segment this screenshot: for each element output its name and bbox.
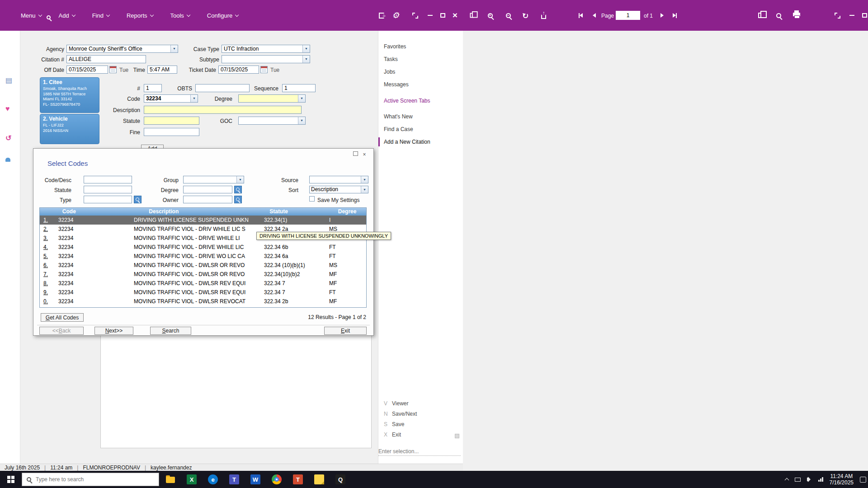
calendar-icon[interactable] bbox=[109, 66, 117, 73]
owner-input[interactable] bbox=[183, 196, 232, 203]
tray-expand-icon[interactable] bbox=[785, 478, 789, 483]
lookup-icon[interactable] bbox=[134, 196, 142, 203]
fullscreen-icon[interactable] bbox=[410, 10, 420, 21]
column-header-statute[interactable]: Statute bbox=[229, 208, 328, 216]
taskbar-app-icon[interactable]: T bbox=[229, 474, 239, 484]
source-select[interactable]: ▼ bbox=[309, 176, 368, 183]
screen-tab[interactable]: What's New bbox=[378, 112, 462, 121]
group-select[interactable]: ▼ bbox=[183, 176, 244, 183]
taskbar-app-icon[interactable] bbox=[314, 474, 324, 484]
code-result-row[interactable]: 6. 32234 MOVING TRAFFIC VIOL - DWLSR OR … bbox=[40, 261, 366, 270]
menubar-item[interactable]: Configure bbox=[207, 12, 238, 19]
copy-pages-icon[interactable] bbox=[755, 10, 766, 21]
bell-icon[interactable] bbox=[5, 155, 10, 164]
ticket-date-input[interactable]: 07/15/2025 bbox=[218, 66, 259, 74]
menubar-item[interactable]: Menu bbox=[21, 12, 42, 19]
menubar-item[interactable]: Tools bbox=[170, 12, 190, 19]
taskbar-app-icon[interactable]: W bbox=[250, 474, 260, 484]
code-result-row[interactable]: 4. 32234 MOVING TRAFFIC VIOL - DRIVE WHI… bbox=[40, 243, 366, 252]
zoom-in-icon[interactable]: + bbox=[485, 10, 495, 21]
taskbar-app-icon[interactable]: Q bbox=[335, 474, 345, 484]
gear-icon[interactable] bbox=[390, 10, 401, 21]
lookup-icon[interactable] bbox=[234, 186, 242, 193]
case-type-select[interactable]: UTC Infraction▼ bbox=[222, 45, 310, 53]
code-result-row[interactable]: 7. 32234 MOVING TRAFFIC VIOL - DWLSR OR … bbox=[40, 270, 366, 279]
print-icon[interactable] bbox=[791, 7, 802, 18]
page-number-input[interactable] bbox=[616, 11, 640, 20]
off-date-input[interactable]: 07/15/2025 bbox=[66, 66, 108, 74]
degree-filter-input[interactable] bbox=[183, 186, 232, 193]
export-icon[interactable] bbox=[538, 10, 549, 21]
obts-input[interactable] bbox=[195, 84, 250, 92]
history-icon[interactable]: ↺ bbox=[5, 134, 11, 142]
code-result-row[interactable]: 5. 32234 MOVING TRAFFIC VIOL - DRIVE WO … bbox=[40, 252, 366, 261]
nav-link-jobs[interactable]: Jobs bbox=[384, 69, 395, 75]
subtype-select[interactable]: ▼ bbox=[222, 55, 310, 63]
column-header-code[interactable]: Code bbox=[40, 208, 99, 216]
next-page-icon[interactable] bbox=[656, 10, 667, 21]
get-all-codes-button[interactable]: Get All Codes bbox=[41, 313, 84, 322]
taskbar-app-icon[interactable] bbox=[272, 474, 282, 484]
menubar-item[interactable]: Add bbox=[59, 12, 75, 19]
agency-select[interactable]: Monroe County Sheriff's Office▼ bbox=[66, 45, 178, 53]
display-tray-icon[interactable] bbox=[795, 478, 801, 482]
rotate-icon[interactable] bbox=[520, 10, 531, 21]
taskbar-search[interactable] bbox=[22, 473, 159, 486]
menubar-item[interactable]: Find bbox=[92, 12, 109, 19]
sequence-input[interactable]: 1 bbox=[282, 84, 316, 92]
maximize-icon[interactable] bbox=[859, 10, 868, 21]
degree-select[interactable]: ▼ bbox=[238, 94, 306, 103]
search-icon[interactable] bbox=[773, 10, 784, 21]
start-button[interactable] bbox=[0, 471, 22, 488]
command-input[interactable]: Enter selection... bbox=[378, 448, 461, 456]
taskbar-app-icon[interactable]: e bbox=[208, 474, 218, 484]
save-settings-checkbox[interactable] bbox=[309, 196, 315, 202]
calendar-icon[interactable] bbox=[260, 66, 268, 73]
code-result-row[interactable]: 1. 32234 DRIVING WITH LICENSE SUSPENDED … bbox=[40, 216, 366, 225]
fine-input[interactable] bbox=[144, 128, 199, 136]
taskbar-app-icon[interactable]: X bbox=[187, 474, 197, 484]
maximize-icon[interactable] bbox=[437, 10, 448, 21]
exit-button[interactable]: Exit bbox=[324, 327, 367, 335]
back-button[interactable]: <<Back bbox=[39, 327, 84, 335]
code-result-row[interactable]: 0. 32234 MOVING TRAFFIC VIOL - DWLSR REV… bbox=[40, 297, 366, 306]
previous-page-icon[interactable] bbox=[589, 10, 599, 21]
column-header-degree[interactable]: Degree bbox=[328, 208, 366, 216]
screen-tab[interactable]: Find a Case bbox=[378, 125, 462, 134]
close-icon[interactable]: × bbox=[361, 151, 368, 158]
zoom-out-icon[interactable]: − bbox=[503, 10, 514, 21]
number-input[interactable]: 1 bbox=[144, 84, 162, 92]
goc-select[interactable]: ▼ bbox=[238, 117, 306, 125]
type-input[interactable] bbox=[84, 196, 132, 203]
first-page-icon[interactable] bbox=[575, 10, 586, 21]
code-desc-input[interactable] bbox=[84, 176, 132, 183]
screen-tab[interactable]: Add a New Citation bbox=[378, 137, 462, 146]
last-page-icon[interactable] bbox=[669, 10, 680, 21]
code-result-row[interactable]: 8. 32234 MOVING TRAFFIC VIOL - DWLSR REV… bbox=[40, 279, 366, 288]
nav-link-favorites[interactable]: Favorites bbox=[384, 43, 406, 50]
exit-application-icon[interactable] bbox=[376, 10, 387, 21]
citee-card[interactable]: 1. Citee Smoak, Shanquita Rach 1885 NW 5… bbox=[40, 77, 99, 113]
close-icon[interactable] bbox=[449, 10, 460, 21]
heart-favorites-icon[interactable]: ♥ bbox=[5, 105, 10, 113]
search-button[interactable]: Search bbox=[150, 327, 191, 335]
sort-select[interactable]: Description▼ bbox=[309, 186, 368, 193]
taskbar-clock[interactable]: 11:24 AM 7/16/2025 bbox=[830, 473, 854, 486]
statute-input[interactable] bbox=[144, 117, 199, 125]
next-button[interactable]: Next>> bbox=[94, 327, 133, 335]
fullscreen-icon[interactable] bbox=[832, 10, 843, 21]
menubar-item[interactable]: Reports bbox=[127, 12, 153, 19]
pan-tool-icon[interactable] bbox=[467, 10, 477, 21]
description-input[interactable] bbox=[144, 106, 302, 114]
code-result-row[interactable]: 9. 32234 MOVING TRAFFIC VIOL - DWLSR REV… bbox=[40, 288, 366, 297]
taskbar-app-icon[interactable] bbox=[165, 474, 175, 484]
document-list-icon[interactable]: ▤ bbox=[5, 76, 12, 84]
citation-number-input[interactable]: ALLEIGE bbox=[66, 55, 146, 63]
taskbar-search-input[interactable] bbox=[35, 476, 134, 483]
minimize-icon[interactable] bbox=[846, 10, 857, 21]
time-input[interactable]: 5:47 AM bbox=[147, 66, 177, 74]
network-icon[interactable] bbox=[818, 477, 823, 482]
column-header-description[interactable]: Description bbox=[99, 208, 229, 216]
lookup-icon[interactable] bbox=[234, 196, 242, 203]
notification-center-icon[interactable] bbox=[860, 477, 866, 483]
